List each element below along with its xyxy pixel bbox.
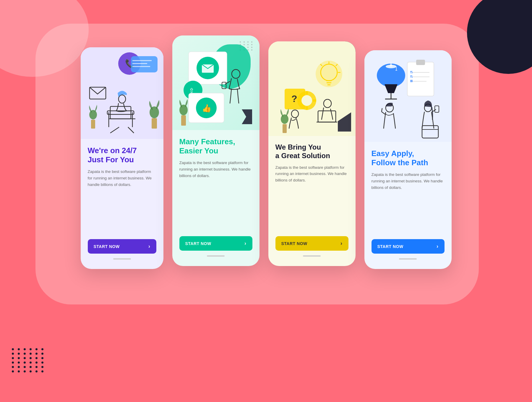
card-2-content: Many Features, Easier You Zapata is the … <box>172 130 259 266</box>
svg-rect-41 <box>306 106 308 110</box>
card-2-btn-label: START NOW <box>185 241 211 246</box>
card-2-btn-arrow: › <box>244 240 246 247</box>
bg-dots-bottom-left <box>12 348 45 372</box>
card-1-title: We're on 24/7 Just For You <box>88 146 156 164</box>
svg-rect-3 <box>131 56 158 72</box>
svg-text:👍: 👍 <box>202 103 212 113</box>
svg-rect-16 <box>152 118 157 129</box>
svg-rect-68 <box>410 80 413 82</box>
svg-point-34 <box>179 105 188 115</box>
svg-point-19 <box>89 110 97 119</box>
svg-point-58 <box>281 114 288 124</box>
card-3-start-button[interactable]: START NOW › <box>275 236 348 251</box>
card-4-btn-arrow: › <box>437 243 439 249</box>
card-4-illustration <box>364 50 452 142</box>
card-4-btn-label: START NOW <box>377 244 403 249</box>
svg-text:?: ? <box>291 93 297 104</box>
card-3-description: Zapata is the best software platform for… <box>275 164 348 229</box>
card-2-title: Many Features, Easier You <box>179 137 252 155</box>
svg-rect-57 <box>283 124 287 133</box>
svg-rect-62 <box>416 60 425 65</box>
card-3-btn-label: START NOW <box>281 241 307 246</box>
card-3-title: We Bring You a Great Solution <box>275 143 348 160</box>
card-1-illustration: 📞 <box>81 47 163 139</box>
card-3-content: We Bring You a Great Solution Zapata is … <box>268 136 356 266</box>
card-1-btn-label: START NOW <box>94 244 120 249</box>
card-3-scroll-indicator <box>275 255 348 257</box>
card-3-illustration: ? <box>268 41 356 136</box>
svg-rect-18 <box>91 120 95 129</box>
card-easy-apply: Easy Apply, Follow the Path Zapata is th… <box>364 50 452 269</box>
card-2-start-button[interactable]: START NOW › <box>179 236 252 251</box>
svg-point-74 <box>386 65 396 68</box>
svg-rect-43 <box>313 99 316 102</box>
card-2-illustration: ⇧ 👍 <box>172 35 259 130</box>
card-4-description: Zapata is the best software platform for… <box>372 171 445 232</box>
card-2-scroll-indicator <box>179 255 252 257</box>
svg-rect-33 <box>181 115 186 126</box>
svg-rect-40 <box>306 91 308 95</box>
svg-point-39 <box>301 95 312 106</box>
card-1-btn-arrow: › <box>148 243 150 249</box>
card-4-content: Easy Apply, Follow the Path Zapata is th… <box>364 142 452 269</box>
card-3-btn-arrow: › <box>340 240 343 247</box>
card-1-description: Zapata is the best software platform for… <box>88 168 156 232</box>
card-1-content: We're on 24/7 Just For You Zapata is the… <box>81 139 163 269</box>
card-4-start-button[interactable]: START NOW › <box>372 239 445 254</box>
cards-container: 📞 <box>15 30 517 275</box>
card-4-scroll-indicator <box>372 258 445 260</box>
card-1-scroll-indicator <box>88 258 156 260</box>
card-4-title: Easy Apply, Follow the Path <box>372 149 445 167</box>
svg-rect-42 <box>297 99 301 102</box>
card-solution: ? <box>268 41 356 266</box>
card-247: 📞 <box>81 47 163 269</box>
svg-rect-61 <box>407 62 434 96</box>
card-1-start-button[interactable]: START NOW › <box>88 239 156 254</box>
card-features: ⇧ 👍 <box>172 35 259 266</box>
card-2-description: Zapata is the best software platform for… <box>179 160 252 229</box>
